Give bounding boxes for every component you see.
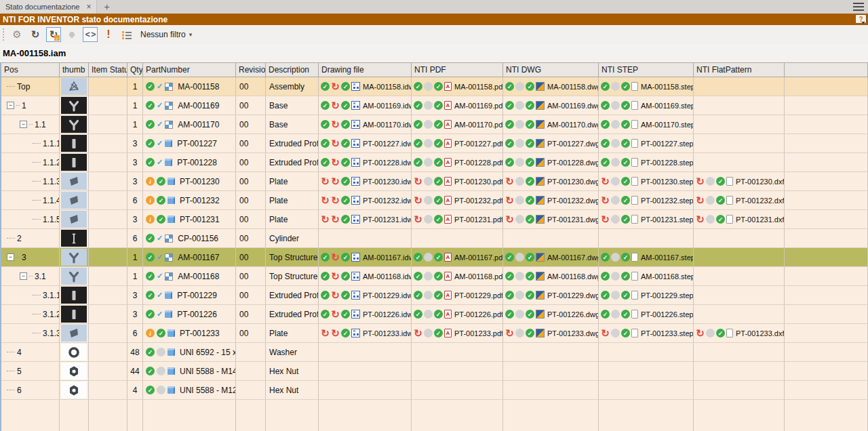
table-row[interactable]: 64✓UNI 5588 - M12Hex Nut [1, 381, 868, 400]
column-header-thumb[interactable]: thumb [60, 62, 89, 77]
table-row[interactable]: 1.1.13✓✓PT-00122700Extruded Profile✓↻✓PT… [1, 134, 868, 153]
column-header-nti-pdf[interactable]: NTI PDF [412, 62, 503, 77]
table-row[interactable]: Top1✓✓MA-00115800Assembly✓↻✓MA-001158.id… [1, 77, 868, 96]
tree-expander[interactable]: − [7, 102, 14, 109]
table-row[interactable]: 3.1.13✓✓PT-00122900Extruded Profile✓↻✓PT… [1, 286, 868, 305]
spacer-cell [785, 248, 868, 267]
step-cell: ✓✓AM-001169.step [599, 96, 694, 115]
tree-expander[interactable]: − [7, 253, 14, 261]
thumb-structure-icon [61, 249, 87, 266]
qty-cell: 48 [127, 343, 143, 362]
pdf-file-icon: A [444, 120, 452, 129]
file-name: AM-001170.dwg [547, 121, 599, 129]
pin-button[interactable] [64, 27, 79, 42]
step-cell: ✓✓PT-001228.step [599, 153, 694, 172]
column-header-description[interactable]: Description [266, 62, 319, 77]
tab-close-icon[interactable]: × [86, 3, 91, 11]
table-row[interactable]: 448✓UNI 6592 - 15 x 28Washer [1, 343, 868, 362]
column-header-label: Drawing file [321, 65, 364, 75]
file-name: AM-001170.step [641, 121, 694, 129]
doc-file-icon [631, 196, 638, 205]
table-row[interactable]: −1.11✓✓AM-00117000Base✓↻✓AM-001170.idw✓✓… [1, 115, 868, 134]
code-view-button[interactable]: < > [83, 27, 98, 42]
table-row[interactable]: −3.11✓✓AM-00116800Top Structure✓↻✓AM-001… [1, 267, 868, 286]
table-row[interactable]: 1.1.46i✓PT-00123200Plate↻↻✓PT-001232.idw… [1, 191, 868, 210]
pdf-cell: ↻✓APT-001230.pdf [412, 172, 503, 191]
idw-file-icon [351, 272, 360, 281]
step-cell: ✓✓PT-001226.step [599, 305, 694, 324]
status-ok-icon: ✓ [621, 253, 630, 262]
item-status-cell [89, 248, 127, 267]
drawing-cell: ✓↻✓AM-001169.idw [319, 96, 412, 115]
revision-value: 00 [239, 196, 248, 205]
column-header-pos[interactable]: Pos [1, 62, 60, 77]
column-header-nti-dwg[interactable]: NTI DWG [503, 62, 599, 77]
status-refresh-icon: ↻ [601, 215, 610, 224]
column-header-drawing-file[interactable]: Drawing file [319, 62, 412, 77]
revision-cell: 00 [236, 172, 266, 191]
file-name: PT-001230.idw [363, 178, 412, 186]
table-row[interactable]: 3.1.36i✓PT-00123300Plate↻↻✓PT-001233.idw… [1, 324, 868, 343]
thumb-plate-icon [61, 325, 87, 342]
description-value: Plate [269, 329, 288, 338]
pos-label: 3.1 [35, 272, 46, 281]
table-row[interactable]: −31✓✓AM-00116700Top Structure✓↻✓AM-00116… [1, 248, 868, 267]
pdf-file-icon: A [444, 291, 452, 300]
qty-cell: 3 [127, 305, 143, 324]
table-row[interactable]: 1.1.33i✓PT-00123000Plate↻↻✓PT-001230.idw… [1, 172, 868, 191]
new-tab-button[interactable]: + [104, 2, 109, 12]
thumb-structure-icon [61, 97, 87, 114]
table-row[interactable]: 26✓✓CP-00115600Cylinder [1, 229, 868, 248]
status-ok-icon: ✓ [146, 367, 155, 375]
column-header-revision[interactable]: Revision [236, 62, 266, 77]
table-row[interactable]: 544✓UNI 5588 - M14Hex Nut [1, 362, 868, 381]
part-number: PT-001233 [180, 329, 220, 338]
status-refresh-icon: ↻ [696, 196, 705, 205]
status-ok-icon: ✓ [621, 310, 630, 319]
status-ok-icon: ✓ [526, 215, 534, 224]
pdf-cell [412, 381, 503, 400]
tab-stato-documentazione[interactable]: Stato documentazione × [0, 0, 97, 14]
file-name: AM-001167.idw [363, 253, 412, 262]
pdf-cell: ✓✓AAM-001169.pdf [412, 96, 503, 115]
check-icon: ✓ [157, 253, 163, 262]
table-body: Top1✓✓MA-00115800Assembly✓↻✓MA-001158.id… [1, 77, 868, 400]
help-icon[interactable]: ? [855, 14, 867, 24]
item-status-cell [89, 77, 127, 96]
menu-icon[interactable] [853, 3, 864, 11]
tree-expander[interactable]: − [20, 121, 27, 128]
table-row[interactable]: 1.1.53i✓PT-00123100Plate↻↻✓PT-001231.idw… [1, 210, 868, 229]
status-disabled-icon [424, 253, 433, 262]
column-header-qty[interactable]: Qty [127, 62, 143, 77]
tree-expander[interactable]: − [20, 272, 27, 280]
settings-button[interactable]: ⚙ [9, 27, 24, 42]
filter-list-button[interactable] [119, 27, 134, 42]
flat-cell [694, 229, 785, 248]
pos-label: 2 [17, 234, 22, 243]
status-disabled-icon [515, 139, 524, 148]
status-disabled-icon [611, 139, 620, 148]
pos-label: 6 [17, 386, 22, 395]
file-name: PT-001226.pdf [454, 310, 503, 319]
item-status-cell [89, 210, 127, 229]
alert-button[interactable]: ! [101, 27, 116, 42]
refresh-button[interactable]: ↻ [28, 27, 43, 42]
filter-dropdown[interactable]: Nessun filtro ▾ [138, 27, 195, 42]
file-name: PT-001226.idw [363, 310, 412, 319]
status-ok-icon: ✓ [716, 215, 725, 224]
table-row[interactable]: −11✓✓AM-00116900Base✓↻✓AM-001169.idw✓✓AA… [1, 96, 868, 115]
table-row[interactable]: 1.1.23✓✓PT-00122800Extruded Profile✓↻✓PT… [1, 153, 868, 172]
column-header-item-status[interactable]: Item Status [89, 62, 127, 77]
column-header-partnumber[interactable]: PartNumber [143, 62, 236, 77]
status-ok-icon: ✓ [621, 177, 630, 186]
description-cell: Extruded Profile [266, 286, 319, 305]
thumb-cell [60, 96, 89, 115]
refresh-checked-button[interactable]: ↻ ✓ [46, 27, 61, 42]
pos-label: Top [17, 82, 30, 91]
table-row[interactable]: 3.1.23✓✓PT-00122600Extruded Profile✓↻✓PT… [1, 305, 868, 324]
column-header-nti-step[interactable]: NTI STEP [599, 62, 694, 77]
column-header-empty[interactable] [785, 62, 868, 77]
status-ok-icon: ✓ [505, 310, 514, 319]
column-header-nti-flatpattern[interactable]: NTI FlatPattern [694, 62, 785, 77]
status-ok-icon: ✓ [341, 215, 350, 224]
